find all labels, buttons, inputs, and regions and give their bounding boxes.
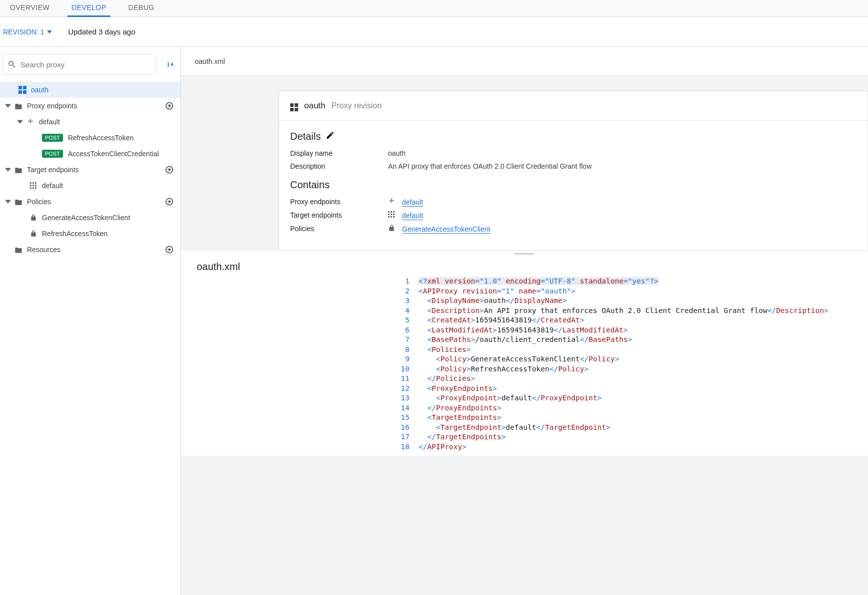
plus-circle-icon bbox=[165, 245, 174, 254]
add-resource-button[interactable] bbox=[164, 245, 174, 255]
svg-rect-16 bbox=[391, 216, 392, 218]
svg-rect-9 bbox=[388, 211, 390, 213]
proxy-tree: oauth Proxy endpoints default POST Refre… bbox=[0, 82, 180, 263]
editor-section: oauth.xml 123456789101112131415161718 <?… bbox=[181, 251, 868, 456]
chevron-down-icon[interactable] bbox=[2, 199, 14, 205]
four-squares-icon bbox=[290, 100, 298, 111]
plus-circle-icon bbox=[165, 197, 174, 206]
resources-label: Resources bbox=[27, 246, 60, 254]
svg-rect-1 bbox=[32, 182, 34, 184]
svg-rect-6 bbox=[30, 187, 31, 189]
four-squares-icon bbox=[18, 86, 27, 94]
folder-icon bbox=[14, 246, 23, 253]
policy-genclient-label: GenerateAccessTokenClient bbox=[42, 214, 130, 222]
add-target-endpoint-button[interactable] bbox=[164, 165, 174, 175]
details-title-text: Details bbox=[290, 131, 321, 142]
description-value: An API proxy that enforces OAuth 2.0 Cli… bbox=[388, 162, 592, 170]
svg-rect-13 bbox=[391, 214, 392, 215]
proxy-ep-link[interactable]: default bbox=[402, 198, 423, 207]
updated-label: Updated 3 days ago bbox=[68, 27, 135, 36]
contains-title-text: Contains bbox=[290, 179, 330, 191]
revision-dropdown[interactable]: REVISION: 1 bbox=[3, 28, 52, 36]
svg-rect-5 bbox=[35, 185, 36, 186]
svg-rect-15 bbox=[388, 216, 390, 218]
add-proxy-endpoint-button[interactable] bbox=[164, 101, 174, 111]
svg-rect-0 bbox=[30, 182, 31, 184]
lock-icon bbox=[29, 214, 38, 221]
target-default-label: default bbox=[42, 182, 63, 190]
target-endpoints-label: Target endpoints bbox=[27, 166, 79, 174]
code-lines[interactable]: <?xml version="1.0" encoding="UTF-8" sta… bbox=[419, 277, 829, 452]
svg-rect-4 bbox=[32, 185, 34, 186]
display-name-value: oauth bbox=[388, 149, 406, 157]
editor-file-title: oauth.xml bbox=[181, 257, 868, 277]
svg-rect-3 bbox=[30, 185, 31, 186]
tree-flow-accesstoken[interactable]: POST AccessTokenClientCredential bbox=[0, 146, 180, 162]
policies-label: Policies bbox=[27, 198, 51, 206]
proxy-endpoints-label: Proxy endpoints bbox=[27, 102, 77, 110]
chevron-down-icon[interactable] bbox=[2, 167, 14, 173]
search-icon bbox=[7, 60, 16, 69]
tab-debug[interactable]: DEBUG bbox=[124, 0, 158, 17]
target-ep-link[interactable]: default bbox=[402, 212, 423, 220]
card-name: oauth bbox=[304, 101, 326, 111]
lock-icon bbox=[29, 230, 38, 237]
folder-icon bbox=[14, 198, 23, 205]
method-badge: POST bbox=[42, 150, 63, 158]
revision-label: REVISION: 1 bbox=[3, 28, 44, 36]
add-policy-button[interactable] bbox=[164, 197, 174, 207]
proxy-default-label: default bbox=[39, 118, 60, 126]
move-icon bbox=[26, 118, 35, 125]
drag-handle[interactable] bbox=[514, 253, 534, 255]
lock-icon bbox=[388, 225, 402, 232]
chevron-down-icon[interactable] bbox=[14, 119, 26, 125]
tree-root-oauth[interactable]: oauth bbox=[0, 82, 180, 98]
svg-rect-17 bbox=[393, 216, 395, 218]
move-icon bbox=[388, 198, 402, 205]
policies-link-label: Policies bbox=[290, 225, 388, 233]
contains-title: Contains bbox=[290, 179, 857, 191]
description-label: Description bbox=[290, 162, 388, 170]
svg-rect-8 bbox=[35, 187, 36, 189]
plus-circle-icon bbox=[165, 165, 174, 174]
proxy-ep-label: Proxy endpoints bbox=[290, 198, 388, 206]
search-input[interactable] bbox=[20, 60, 151, 69]
method-badge: POST bbox=[42, 134, 63, 142]
tab-overview[interactable]: OVERVIEW bbox=[6, 0, 53, 17]
tree-flow-refresh[interactable]: POST RefreshAccessToken bbox=[0, 130, 180, 146]
collapse-sidebar-button[interactable] bbox=[165, 59, 175, 69]
svg-rect-10 bbox=[391, 211, 392, 213]
file-path-text: oauth.xml bbox=[195, 57, 225, 65]
details-card: oauth Proxy revision Details Display nam… bbox=[279, 91, 868, 251]
plus-circle-icon bbox=[165, 101, 174, 110]
tree-resources[interactable]: Resources bbox=[0, 242, 180, 258]
tree-policies[interactable]: Policies bbox=[0, 194, 180, 210]
tree-proxy-default[interactable]: default bbox=[0, 114, 180, 130]
edit-details-button[interactable] bbox=[326, 131, 335, 142]
tree-target-default[interactable]: default bbox=[0, 178, 180, 194]
folder-icon bbox=[14, 102, 23, 109]
tab-develop[interactable]: DEVELOP bbox=[67, 0, 110, 17]
grid-icon bbox=[388, 211, 402, 218]
tree-root-label: oauth bbox=[31, 86, 48, 94]
display-name-label: Display name bbox=[290, 149, 388, 157]
policy-refresh-label: RefreshAccessToken bbox=[42, 230, 108, 238]
tree-policy-genclient[interactable]: GenerateAccessTokenClient bbox=[0, 210, 180, 226]
main-tabs: OVERVIEW DEVELOP DEBUG bbox=[0, 0, 868, 17]
chevron-down-icon[interactable] bbox=[2, 103, 14, 109]
file-path-bar: oauth.xml bbox=[181, 47, 868, 76]
flow-accesstoken-label: AccessTokenClientCredential bbox=[68, 150, 159, 158]
svg-rect-7 bbox=[32, 187, 34, 189]
search-proxy-box[interactable] bbox=[2, 54, 156, 75]
tree-proxy-endpoints[interactable]: Proxy endpoints bbox=[0, 98, 180, 114]
code-editor[interactable]: 123456789101112131415161718 <?xml versio… bbox=[181, 277, 868, 456]
tree-policy-refresh[interactable]: RefreshAccessToken bbox=[0, 226, 180, 242]
tree-target-endpoints[interactable]: Target endpoints bbox=[0, 162, 180, 178]
grid-icon bbox=[29, 182, 38, 189]
card-subtitle: Proxy revision bbox=[332, 101, 382, 110]
policies-link[interactable]: GenerateAccessTokenClient bbox=[402, 225, 490, 234]
target-ep-label: Target endpoints bbox=[290, 211, 388, 220]
sidebar: oauth Proxy endpoints default POST Refre… bbox=[0, 47, 181, 595]
svg-rect-11 bbox=[393, 211, 395, 213]
folder-icon bbox=[14, 166, 23, 173]
